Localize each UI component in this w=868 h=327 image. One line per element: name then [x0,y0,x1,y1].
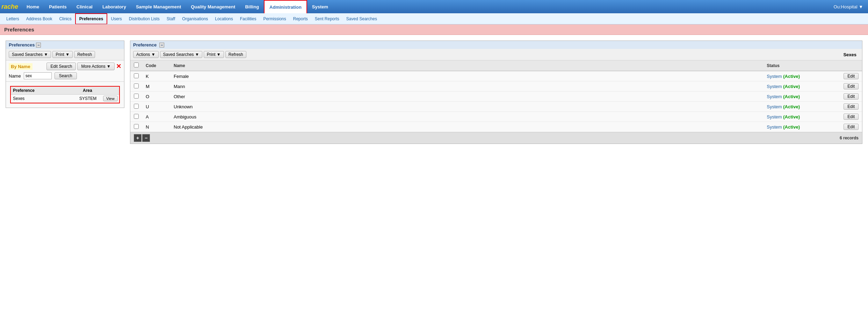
subnav-locations[interactable]: Locations [211,13,236,24]
status-active-label: (Active) [783,114,800,119]
print-dropdown-left[interactable]: Print ▼ [52,51,73,58]
row-checkbox-3[interactable] [134,104,139,109]
table-row: O Other System (Active) Edit [130,92,862,102]
records-count: 6 records [840,136,859,140]
row-code: U [142,102,170,112]
preferences-collapse-button[interactable]: − [36,43,41,48]
row-edit-cell: Edit [840,81,862,92]
actions-dropdown[interactable]: Actions ▼ [133,51,159,58]
footer-actions: + − [134,134,150,142]
subnav-users[interactable]: Users [107,13,125,24]
row-status: System (Active) [763,81,840,92]
status-system-label: System [767,84,782,89]
preference-data-table: Code Name Status K Female System (Active… [130,60,862,132]
edit-row-button-4[interactable]: Edit [844,114,859,120]
table-row: M Mann System (Active) Edit [130,81,862,92]
nav-home[interactable]: Home [22,0,44,13]
status-active-label: (Active) [783,104,800,109]
nav-sample-management[interactable]: Sample Management [131,0,186,13]
result-row-sexes: Sexes SYSTEM View [11,95,119,103]
row-name: Not Applicable [170,122,763,132]
refresh-button-left[interactable]: Refresh [74,51,95,58]
select-all-checkbox[interactable] [134,63,139,67]
subnav-distribution-lists[interactable]: Distribution Lists [125,13,163,24]
row-checkbox-4[interactable] [134,114,139,119]
status-system-label: System [767,104,782,109]
search-section: By Name Edit Search More Actions ▼ ✕ Nam… [6,60,124,82]
row-code: M [142,81,170,92]
row-checkbox-2[interactable] [134,94,139,99]
nav-patients[interactable]: Patients [44,0,72,13]
subnav-permissions[interactable]: Permissions [260,13,289,24]
saved-searches-dropdown-left[interactable]: Saved Searches ▼ [9,51,51,58]
row-name: Other [170,92,763,102]
col-code-header: Code [142,60,170,71]
subnav-sent-reports[interactable]: Sent Reports [311,13,343,24]
preference-panel-header: Preference − [130,41,862,49]
subnav-letters[interactable]: Letters [3,13,23,24]
preference-collapse-button[interactable]: − [159,43,164,48]
row-checkbox-5[interactable] [134,124,139,129]
search-results-container: Preference Area Sexes SYSTEM View [6,82,124,108]
nav-administration[interactable]: Administration [264,0,307,13]
row-checkbox-cell [130,122,142,132]
left-panel: Preferences − Saved Searches ▼ Print ▼ R… [6,41,124,144]
nav-billing[interactable]: Billing [240,0,264,13]
row-code: K [142,71,170,81]
subnav-staff[interactable]: Staff [163,13,179,24]
subnav-organisations[interactable]: Organisations [179,13,211,24]
table-row: N Not Applicable System (Active) Edit [130,122,862,132]
org-selector[interactable]: Ou:Hospital ▼ [834,4,867,9]
right-toolbar: Actions ▼ Saved Searches ▼ Print ▼ Refre… [130,49,862,60]
subnav-facilities[interactable]: Facilities [237,13,260,24]
row-edit-cell: Edit [840,122,862,132]
col-header-area: Area [81,87,105,94]
status-system-label: System [767,114,782,119]
left-toolbar: Saved Searches ▼ Print ▼ Refresh [6,49,124,60]
subnav-reports[interactable]: Reports [290,13,311,24]
nav-quality-management[interactable]: Quality Management [186,0,240,13]
row-checkbox-0[interactable] [134,73,139,78]
add-record-button[interactable]: + [134,134,142,142]
preference-detail-panel: Preference − Actions ▼ Saved Searches ▼ … [130,41,862,144]
subnav-saved-searches[interactable]: Saved Searches [343,13,381,24]
row-status: System (Active) [763,92,840,102]
search-results-table: Preference Area Sexes SYSTEM View [10,86,120,103]
row-checkbox-cell [130,81,142,92]
row-checkbox-cell [130,102,142,112]
subnav-clinics[interactable]: Clinics [56,13,75,24]
edit-row-button-1[interactable]: Edit [844,83,859,89]
view-button[interactable]: View [103,96,118,101]
subnav-address-book[interactable]: Address Book [23,13,56,24]
close-search-icon[interactable]: ✕ [116,63,121,70]
more-actions-button[interactable]: More Actions ▼ [77,63,115,70]
status-active-label: (Active) [783,74,800,79]
refresh-button-right[interactable]: Refresh [225,51,246,58]
edit-row-button-3[interactable]: Edit [844,103,859,110]
row-status: System (Active) [763,122,840,132]
row-edit-cell: Edit [840,112,862,122]
nav-clinical[interactable]: Clinical [72,0,97,13]
edit-row-button-5[interactable]: Edit [844,124,859,130]
row-checkbox-1[interactable] [134,83,139,88]
saved-searches-dropdown-right[interactable]: Saved Searches ▼ [160,51,202,58]
status-system-label: System [767,74,782,79]
edit-search-button[interactable]: Edit Search [46,63,76,70]
results-table-header: Preference Area [11,87,119,95]
row-checkbox-cell [130,71,142,81]
nav-system[interactable]: System [307,0,333,13]
remove-record-button[interactable]: − [142,134,150,142]
name-search-input[interactable] [24,72,52,79]
col-header-action [105,87,119,94]
page-title: Preferences [0,24,868,35]
result-preference-name: Sexes [11,95,77,102]
preference-panel-title: Preference [133,42,157,48]
search-button[interactable]: Search [55,72,77,79]
edit-row-button-0[interactable]: Edit [844,73,859,79]
row-checkbox-cell [130,92,142,102]
table-row: A Ambiguous System (Active) Edit [130,112,862,122]
subnav-preferences[interactable]: Preferences [75,13,108,24]
edit-row-button-2[interactable]: Edit [844,93,859,100]
nav-laboratory[interactable]: Laboratory [97,0,131,13]
print-dropdown-right[interactable]: Print ▼ [204,51,224,58]
